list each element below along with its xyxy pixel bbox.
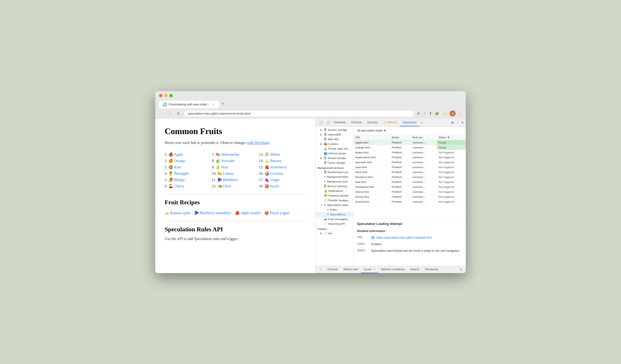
devtools-options-icon[interactable]: ⋮ bbox=[456, 121, 459, 124]
bottom-tab-rendering[interactable]: Rendering bbox=[422, 266, 441, 273]
table-row[interactable]: /cherry.htmlPrefetchcommon-...Not trigge… bbox=[353, 190, 466, 194]
eye-off-icon[interactable]: 👁 bbox=[417, 112, 420, 116]
fruit-link-orange[interactable]: Orange bbox=[174, 159, 185, 163]
devtools-responsive-icon[interactable]: ⬜ bbox=[324, 119, 331, 126]
sidebar-speculations[interactable]: ↩ Speculations bbox=[316, 212, 353, 217]
bottom-tab-issues[interactable]: Issues ✕ bbox=[361, 266, 378, 273]
sidebar-speculative-loads[interactable]: ▼ ↩ Speculative loads bbox=[316, 203, 353, 207]
table-row[interactable]: /lemon.htmlPrefetchcommon-...Not trigger… bbox=[353, 194, 466, 199]
fruit-link-pear[interactable]: Pear bbox=[221, 165, 228, 169]
reload-button[interactable]: ↻ bbox=[176, 110, 181, 117]
back-button[interactable]: ← bbox=[159, 110, 165, 117]
fruit-link-lemon[interactable]: Lemon bbox=[223, 172, 234, 175]
sidebar-notifications[interactable]: 🔔 Notifications bbox=[316, 189, 353, 193]
tab-elements[interactable]: Elements bbox=[331, 119, 348, 126]
sidebar-reporting-api[interactable]: 📄 Reporting API bbox=[316, 222, 353, 226]
table-row[interactable]: /grape.htmlPrefetchcommon-...Not trigger… bbox=[353, 150, 466, 155]
fruit-link-apple[interactable]: Apple bbox=[174, 152, 183, 156]
fruit-link-grape[interactable]: Grape bbox=[270, 178, 279, 182]
sidebar-session-storage[interactable]: ▶ 🗄 Session storage bbox=[316, 127, 353, 132]
devtools-close-button[interactable]: ✕ bbox=[461, 121, 464, 124]
sidebar-back-forward[interactable]: 🗄 Back/forward cach... bbox=[316, 170, 353, 174]
address-input[interactable] bbox=[184, 110, 414, 117]
forward-button[interactable]: → bbox=[168, 110, 173, 117]
issues-tab-close[interactable]: ✕ bbox=[373, 268, 375, 271]
bottom-menu-icon[interactable]: ⋮ bbox=[318, 267, 325, 272]
extension-icon[interactable]: 🧩 bbox=[435, 111, 439, 116]
browser-tab[interactable]: 🔄 Prerendering with web-vitals... ✕ bbox=[159, 101, 219, 108]
fruit-link-avocado[interactable]: Avocado bbox=[221, 159, 234, 163]
bottom-tab-search[interactable]: Search bbox=[408, 266, 422, 273]
table-row[interactable]: /olive.htmlPrefetchcommon-...Not trigger… bbox=[353, 170, 466, 175]
devtools-more-tabs[interactable]: » bbox=[419, 119, 424, 126]
tab-close-button[interactable]: ✕ bbox=[211, 103, 215, 106]
filter-dropdown[interactable]: All speculative loads ▼ bbox=[355, 128, 388, 133]
sidebar-bg-sync[interactable]: ↩ Background sync bbox=[316, 179, 353, 184]
sidebar-shared-storage[interactable]: ▶ 🗄 Shared storage bbox=[316, 156, 353, 160]
cell-url: /cherry.html bbox=[353, 190, 390, 194]
fruit-link-melon[interactable]: Melon bbox=[270, 152, 280, 156]
fruit-link-blueberry[interactable]: Blueberry bbox=[223, 178, 238, 182]
apple-strudel-link[interactable]: 🍎 Apple strudel bbox=[235, 211, 261, 215]
menu-icon[interactable]: ⋮ bbox=[458, 111, 462, 116]
sidebar-push-messaging[interactable]: ☁ Push messaging bbox=[316, 217, 353, 222]
devtools-inspect-icon[interactable]: ⬜ bbox=[318, 119, 324, 126]
tab-network[interactable]: ⚠ Network bbox=[380, 119, 400, 126]
close-button[interactable] bbox=[159, 94, 162, 97]
fruit-link-peach[interactable]: Peach bbox=[270, 184, 279, 188]
star-icon[interactable]: ☆ bbox=[423, 111, 426, 116]
banana-splits-link[interactable]: 🍌 Banana splits bbox=[165, 211, 190, 215]
bottom-tab-console[interactable]: Console bbox=[325, 266, 341, 273]
share-icon[interactable]: ⬆ bbox=[429, 111, 432, 116]
sidebar-interest-groups[interactable]: 👥 Interest groups bbox=[316, 151, 353, 156]
tab-console[interactable]: Console bbox=[348, 119, 364, 126]
user-avatar[interactable]: U bbox=[449, 110, 456, 117]
maximize-button[interactable] bbox=[169, 94, 173, 97]
sidebar-rules[interactable]: ↩ Rules bbox=[316, 207, 353, 212]
profile-icon[interactable]: ⬜ bbox=[442, 111, 447, 116]
fruit-link-mango[interactable]: Mango bbox=[174, 178, 185, 182]
bottom-tab-network-conditions[interactable]: Network conditions bbox=[378, 266, 408, 273]
sidebar-cache-storage[interactable]: 🗄 Cache storage bbox=[316, 160, 353, 165]
table-row[interactable]: /strawberry.htmlPrefetchcommon-...Not tr… bbox=[353, 185, 466, 190]
sidebar-bounce-tracking[interactable]: 🗄 Bounce tracking m... bbox=[316, 184, 353, 189]
fruit-link-cherry[interactable]: Cherry bbox=[174, 184, 184, 188]
sidebar-payment-handler[interactable]: 💳 Payment handler bbox=[316, 193, 353, 198]
fruit-link-coconut[interactable]: Coconut bbox=[270, 172, 283, 175]
bottom-panel-close[interactable]: ✕ bbox=[458, 267, 464, 272]
fruit-link-banana[interactable]: Banana bbox=[270, 159, 281, 163]
new-tab-button[interactable]: + bbox=[219, 100, 227, 108]
peach-yogurt-link[interactable]: 🍑 Peach yogurt bbox=[264, 211, 290, 215]
tab-application[interactable]: Application bbox=[400, 119, 419, 126]
table-row[interactable]: /peach.htmlPrefetchcommon-...Not trigger… bbox=[353, 199, 466, 204]
minimize-button[interactable] bbox=[164, 94, 168, 97]
fruit-link-strawberry[interactable]: Strawberry bbox=[270, 165, 287, 169]
blueberry-smoothies-link[interactable]: 🫐 Blueberry smoothies bbox=[194, 211, 231, 215]
sidebar-cookies[interactable]: ▶ 🍪 Cookies bbox=[316, 142, 353, 146]
status-filter-icon[interactable]: ▼ bbox=[447, 136, 450, 139]
speculative-loads-table[interactable]: URL Action Rule set Status ▼ bbox=[353, 135, 466, 219]
cell-status: Not triggered bbox=[437, 160, 466, 165]
table-row[interactable]: /avocado.htmlPrefetchcommon-...Not trigg… bbox=[353, 160, 466, 165]
detail-url-link[interactable]: https://speculative-rules.glitch.me/appl… bbox=[376, 236, 432, 239]
table-row[interactable]: /kiwi.htmlPrefetchcommon-...Not triggere… bbox=[353, 180, 466, 185]
fruit-link-olive[interactable]: Olive bbox=[223, 184, 232, 188]
fruit-link-pineapple[interactable]: Pineapple bbox=[174, 172, 189, 175]
sidebar-private-state-tokens[interactable]: 🔒 Private state token... bbox=[316, 146, 353, 151]
bottom-tab-whatsnew[interactable]: What's new bbox=[341, 266, 361, 273]
sidebar-indexeddb[interactable]: ▶ 🗄 IndexedDB bbox=[316, 132, 353, 137]
sidebar-bg-fetch[interactable]: ↩ Background fetch bbox=[316, 174, 353, 179]
table-row[interactable]: /pear.htmlPrefetchcommon-...Not triggere… bbox=[353, 165, 466, 170]
tab-sources[interactable]: Sources bbox=[364, 119, 380, 126]
sidebar-frames-top[interactable]: ▶ 📄 top bbox=[316, 231, 353, 236]
sidebar-websql[interactable]: 🗄 Web SQL bbox=[316, 137, 353, 142]
sidebar-periodic-bg[interactable]: 🕐 Periodic backgrou... bbox=[316, 198, 353, 203]
fruit-link-watermelon[interactable]: Watermelon bbox=[221, 152, 239, 156]
devtools-settings-icon[interactable]: ⚙ bbox=[451, 121, 454, 124]
table-row[interactable]: /blueberry.htmlPrefetchcommon-...Not tri… bbox=[353, 175, 466, 180]
table-row[interactable]: /orange.htmlPrefetchcommon-...Ready bbox=[353, 145, 466, 150]
devtools-link[interactable]: with DevTools bbox=[247, 141, 269, 145]
table-row[interactable]: /watermelon.htmlPrefetchcommon-...Not tr… bbox=[353, 155, 466, 160]
table-row[interactable]: /apple.htmlPrefetchcommon-...Ready bbox=[353, 140, 466, 145]
fruit-link-kiwi[interactable]: Kiwi bbox=[174, 165, 182, 169]
